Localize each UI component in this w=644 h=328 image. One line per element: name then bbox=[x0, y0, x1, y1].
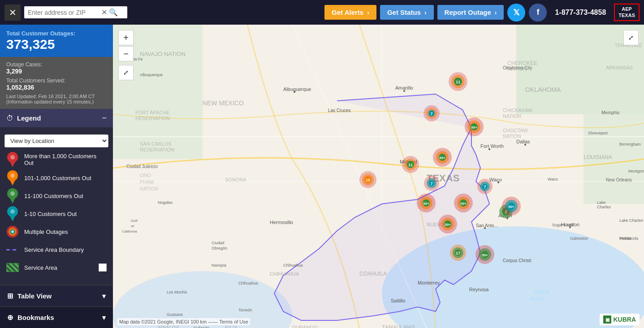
map-expand-button[interactable]: ⤢ bbox=[623, 30, 639, 45]
legend-section: ⏱ Legend − View by Location View by Coun… bbox=[0, 109, 113, 285]
map-marker-m8[interactable]: 7 bbox=[477, 178, 493, 194]
svg-text:Galveston: Galveston bbox=[570, 236, 588, 241]
svg-point-11 bbox=[10, 209, 15, 214]
svg-point-42 bbox=[524, 144, 526, 146]
kubra-text: KUBRA bbox=[613, 316, 636, 323]
service-area-checkbox[interactable] bbox=[99, 263, 107, 272]
svg-point-8 bbox=[10, 191, 15, 196]
table-view-label: Table View bbox=[17, 292, 52, 300]
bookmarks-bar[interactable]: ⊕ Bookmarks ▾ bbox=[0, 306, 113, 328]
svg-text:Gulf: Gulf bbox=[131, 219, 138, 223]
legend-item-101-1000: 101-1,000 Customers Out bbox=[0, 169, 113, 187]
search-clear-button[interactable]: ✕ bbox=[101, 9, 107, 16]
get-status-arrow: › bbox=[424, 9, 427, 16]
svg-text:Monterrey: Monterrey bbox=[418, 280, 440, 285]
bookmarks-arrow: ▾ bbox=[102, 314, 106, 322]
close-button[interactable]: ✕ bbox=[4, 4, 21, 21]
svg-text:Fort Worth: Fort Worth bbox=[480, 143, 504, 149]
map-marker-m14[interactable]: 17 bbox=[450, 244, 467, 261]
legend-icon-1-10 bbox=[6, 207, 19, 220]
report-outage-button[interactable]: Report Outage › bbox=[437, 5, 504, 20]
svg-text:OKLAHOMA: OKLAHOMA bbox=[525, 86, 561, 93]
map-marker-m13[interactable]: 50+ bbox=[438, 214, 458, 234]
svg-text:Culiacán: Culiacán bbox=[194, 326, 209, 328]
phone-number: 1-877-373-4858 bbox=[555, 9, 606, 17]
svg-point-50 bbox=[484, 227, 486, 229]
table-view-bar[interactable]: ⊞ Table View ▾ bbox=[0, 285, 113, 306]
svg-text:Pensacola: Pensacola bbox=[619, 236, 638, 241]
map-marker-m9[interactable]: 50+ bbox=[416, 193, 436, 213]
svg-text:Guasave: Guasave bbox=[167, 312, 183, 317]
svg-point-38 bbox=[403, 90, 405, 92]
svg-text:Albuquerque: Albuquerque bbox=[283, 86, 311, 92]
total-customers-row: Total Customers Served: 1,052,836 bbox=[6, 78, 107, 91]
outage-cases-label: Outage Cases: bbox=[6, 61, 107, 68]
legend-icon-101-1000 bbox=[6, 172, 19, 184]
search-input[interactable] bbox=[28, 9, 99, 16]
svg-text:Chihuahua: Chihuahua bbox=[283, 263, 303, 268]
legend-label-service-area: Service Area bbox=[24, 264, 93, 271]
twitter-button[interactable]: 𝕏 bbox=[507, 4, 525, 22]
outage-cases-value: 3,299 bbox=[6, 68, 107, 75]
svg-text:San Anto...: San Anto... bbox=[476, 223, 498, 228]
map-marker-m5[interactable]: 15 bbox=[359, 171, 377, 189]
svg-marker-7 bbox=[9, 196, 16, 203]
map-marker-m7[interactable]: 7 bbox=[424, 175, 440, 191]
svg-text:ONO: ONO bbox=[140, 173, 151, 178]
get-alerts-arrow: › bbox=[367, 9, 369, 16]
svg-text:TAMAULIPAS: TAMAULIPAS bbox=[382, 324, 415, 328]
map-area[interactable]: TEXAS OKLAHOMA NEW MEXICO LOUISIANA ARKA… bbox=[113, 25, 644, 328]
svg-text:CHOCTAW: CHOCTAW bbox=[503, 128, 528, 133]
last-updated: Last Updated: Feb 16 2021, 2:00 AM CT (I… bbox=[6, 94, 107, 104]
header: ✕ ✕ 🔍 Get Alerts › Get Status › Report O… bbox=[0, 0, 644, 25]
svg-text:50+: 50+ bbox=[482, 253, 488, 257]
legend-item-multiple: Multiple Outages bbox=[0, 223, 113, 241]
legend-item-11-100: 11-100 Customers Out bbox=[0, 187, 113, 205]
zoom-in-button[interactable]: + bbox=[118, 30, 134, 45]
map-marker-m1[interactable]: 11 bbox=[448, 72, 468, 91]
legend-title-wrap: ⏱ Legend bbox=[6, 114, 41, 122]
view-by-select[interactable]: View by Location View by County View by … bbox=[4, 134, 108, 147]
legend-icon-more-1000 bbox=[6, 153, 19, 166]
svg-text:Hermosillo: Hermosillo bbox=[270, 220, 293, 225]
facebook-button[interactable]: f bbox=[529, 4, 547, 22]
svg-text:Lake Charles: Lake Charles bbox=[619, 218, 644, 223]
get-alerts-label: Get Alerts bbox=[332, 9, 363, 16]
aep-logo: AEP TEXAS bbox=[614, 4, 640, 21]
fullscreen-button[interactable]: ⤢ bbox=[118, 65, 134, 80]
report-outage-arrow: › bbox=[495, 9, 497, 16]
svg-text:15: 15 bbox=[366, 178, 370, 182]
svg-text:of: of bbox=[131, 224, 134, 228]
map-controls: + − ⤢ bbox=[118, 30, 134, 80]
legend-label-more-1000: More than 1,000 Customers Out bbox=[24, 153, 107, 166]
map-marker-m3[interactable]: 50+ bbox=[464, 117, 484, 137]
map-marker-m12[interactable]: 50+ bbox=[501, 196, 521, 216]
legend-label-multiple: Multiple Outages bbox=[24, 229, 68, 235]
svg-text:50+: 50+ bbox=[471, 125, 477, 129]
svg-text:Shreveport: Shreveport bbox=[588, 131, 608, 135]
map-marker-m10[interactable]: 50+ bbox=[454, 193, 473, 213]
table-view-arrow: ▾ bbox=[102, 292, 106, 300]
map-marker-m15[interactable]: 50+ bbox=[475, 245, 495, 264]
map-marker-m6[interactable]: 50+ bbox=[432, 147, 452, 167]
outage-summary: Total Customer Outages: 373,325 bbox=[0, 25, 113, 57]
legend-icon-service-boundary bbox=[6, 243, 19, 256]
legend-collapse-icon: − bbox=[102, 113, 107, 123]
svg-text:NEW MEXICO: NEW MEXICO bbox=[203, 99, 244, 107]
legend-header[interactable]: ⏱ Legend − bbox=[0, 109, 113, 127]
map-marker-m4[interactable]: 11 bbox=[402, 155, 419, 173]
svg-text:Nogales: Nogales bbox=[158, 200, 173, 205]
svg-point-2 bbox=[10, 155, 15, 160]
legend-title: Legend bbox=[17, 114, 41, 122]
map-marker-m2[interactable]: 7 bbox=[423, 105, 440, 122]
svg-text:LOUISIANA: LOUISIANA bbox=[583, 154, 612, 160]
kubra-k-icon: ▣ bbox=[603, 315, 611, 324]
zoom-out-button[interactable]: − bbox=[118, 46, 134, 61]
svg-marker-1 bbox=[9, 160, 16, 167]
get-status-button[interactable]: Get Status › bbox=[380, 5, 434, 20]
svg-text:Birmingham: Birmingham bbox=[619, 142, 641, 147]
get-alerts-button[interactable]: Get Alerts › bbox=[324, 5, 376, 20]
svg-text:SAN CARLOS: SAN CARLOS bbox=[140, 141, 172, 147]
search-submit-button[interactable]: 🔍 bbox=[109, 8, 118, 17]
svg-text:SONORA: SONORA bbox=[225, 177, 246, 182]
